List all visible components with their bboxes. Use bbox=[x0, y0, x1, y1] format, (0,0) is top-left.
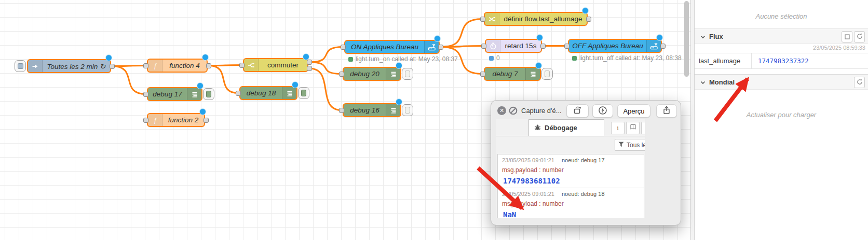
node-function4[interactable]: ffunction 4 bbox=[147, 59, 208, 73]
flux-refresh-button[interactable] bbox=[854, 31, 865, 43]
share-button[interactable] bbox=[656, 104, 677, 118]
input-port[interactable] bbox=[236, 91, 241, 96]
share-icon bbox=[663, 106, 670, 116]
markup-icon bbox=[598, 106, 607, 117]
prohibit-icon[interactable] bbox=[509, 106, 518, 115]
debug-tabbar: Débogage i bbox=[496, 119, 645, 136]
node-label: Toutes les 2 min ↻ bbox=[43, 62, 110, 70]
input-port[interactable] bbox=[239, 63, 245, 68]
node-debug17[interactable]: debug 17 bbox=[147, 87, 202, 101]
flux-watch-button[interactable] bbox=[842, 31, 852, 43]
debug-icon bbox=[386, 104, 400, 116]
changed-indicator bbox=[202, 54, 209, 61]
output-port[interactable] bbox=[540, 44, 546, 49]
node-debug18[interactable]: debug 18 bbox=[239, 86, 297, 100]
node-inject1[interactable]: Toutes les 2 min ↻ bbox=[27, 59, 111, 73]
input-port[interactable] bbox=[143, 92, 148, 97]
flux-section-header[interactable]: Flux bbox=[695, 29, 868, 44]
input-port[interactable] bbox=[339, 108, 344, 113]
book-icon bbox=[630, 124, 636, 132]
output-port[interactable] bbox=[586, 17, 591, 22]
debug-toggle-button[interactable] bbox=[402, 104, 413, 116]
input-port[interactable] bbox=[481, 44, 486, 49]
chevron-down-icon bbox=[700, 78, 706, 86]
changed-indicator bbox=[536, 34, 543, 41]
mondial-section-title: Mondial bbox=[709, 78, 735, 86]
node-function2[interactable]: ffunction 2 bbox=[147, 113, 205, 127]
output-port[interactable] bbox=[307, 60, 312, 65]
debug-msg-node: noeud: debug 18 bbox=[562, 191, 605, 197]
input-port[interactable] bbox=[480, 72, 485, 77]
function-icon: f bbox=[148, 60, 162, 72]
flux-context-timestamp: 23/05/2025 08:59:33 bbox=[695, 45, 868, 51]
captured-screenshot: Débogage i Tous les noeuds 23/05/2025 09… bbox=[496, 119, 645, 218]
flux-section-title: Flux bbox=[709, 33, 723, 40]
sidebar-splitter[interactable] bbox=[690, 0, 695, 240]
markup-button[interactable] bbox=[592, 104, 613, 118]
debug-toggle-button[interactable] bbox=[298, 87, 309, 99]
refresh-icon bbox=[857, 79, 863, 87]
changed-indicator bbox=[434, 35, 441, 42]
chevron-down-icon bbox=[700, 33, 706, 40]
node-label: définir flow.last_allumage bbox=[499, 15, 587, 23]
changed-indicator bbox=[303, 53, 309, 60]
input-port[interactable] bbox=[339, 72, 344, 77]
output-port[interactable] bbox=[438, 45, 443, 50]
preview-button[interactable]: Aperçu bbox=[617, 104, 650, 118]
node-label: retard 15s bbox=[500, 42, 541, 50]
inject-icon bbox=[28, 60, 43, 72]
context-value: 1747983237322 bbox=[752, 57, 868, 65]
context-key: last_allumage bbox=[695, 53, 752, 68]
output-port[interactable] bbox=[660, 44, 666, 49]
debug-msg-node: noeud: debug 17 bbox=[562, 157, 605, 163]
node-debug7[interactable]: debug 7 bbox=[484, 67, 541, 81]
node-definir[interactable]: définir flow.last_allumage bbox=[484, 12, 588, 26]
node-label: commuter bbox=[259, 61, 307, 69]
screenshot-preview-window[interactable]: ✕ Capture d'é... Aperçu Débogage i bbox=[491, 100, 681, 225]
debug-msg-time: 23/05/2025 09:01:21 bbox=[502, 157, 554, 163]
refresh-icon bbox=[857, 33, 863, 41]
input-port[interactable] bbox=[341, 45, 346, 50]
output-port[interactable] bbox=[307, 66, 312, 71]
node-retard[interactable]: retard 15s bbox=[485, 39, 542, 53]
status-text: light.turn_off called at: May 23, 08:38 bbox=[579, 54, 682, 62]
output-port[interactable] bbox=[204, 118, 209, 123]
rotate-button[interactable] bbox=[566, 104, 589, 118]
tab-debug[interactable]: Débogage bbox=[528, 119, 604, 136]
node-debug20[interactable]: debug 20 bbox=[343, 67, 401, 81]
funnel-icon bbox=[618, 142, 624, 149]
inject-button[interactable] bbox=[15, 60, 26, 72]
node-debug16[interactable]: debug 16 bbox=[343, 103, 401, 117]
mondial-refresh-button[interactable] bbox=[854, 77, 865, 88]
input-port[interactable] bbox=[480, 17, 485, 22]
status-dot bbox=[572, 56, 577, 61]
node-off[interactable]: OFF Appliques Bureau bbox=[568, 39, 662, 53]
info-button[interactable]: i bbox=[611, 122, 625, 134]
canvas-vertical-scrollbar[interactable] bbox=[684, 1, 689, 77]
input-port[interactable] bbox=[143, 118, 148, 123]
input-port[interactable] bbox=[143, 63, 148, 68]
tab-debug-label: Débogage bbox=[545, 124, 577, 132]
node-commuter[interactable]: commuter bbox=[243, 58, 308, 72]
book-button[interactable] bbox=[626, 122, 640, 134]
status-dot bbox=[348, 57, 353, 62]
debug-filter-dropdown[interactable]: Tous les noeuds bbox=[615, 139, 645, 151]
mondial-section-header[interactable]: Mondial bbox=[695, 74, 868, 90]
debug-toggle-button[interactable] bbox=[541, 68, 553, 80]
close-icon[interactable]: ✕ bbox=[497, 106, 506, 115]
capture-window-title: Capture d'é... bbox=[521, 107, 562, 115]
debug-toggle-button[interactable] bbox=[203, 88, 214, 100]
debug-message-list: 23/05/2025 09:01:21noeud: debug 17 msg.p… bbox=[497, 154, 644, 218]
input-port[interactable] bbox=[564, 44, 569, 49]
debug-toggle-button[interactable] bbox=[402, 68, 413, 80]
capture-titlebar: ✕ Capture d'é... Aperçu bbox=[491, 101, 681, 119]
node-on[interactable]: ON Appliques Bureau bbox=[344, 40, 440, 54]
output-port[interactable] bbox=[206, 63, 211, 68]
output-port[interactable] bbox=[110, 64, 115, 69]
changed-indicator bbox=[396, 98, 402, 105]
debug-msg-time: 23/05/2025 09:01:21 bbox=[502, 191, 554, 197]
change-icon bbox=[485, 13, 499, 25]
changed-indicator bbox=[199, 108, 206, 115]
function-icon: f bbox=[148, 114, 162, 126]
clipped-button[interactable] bbox=[641, 122, 645, 134]
